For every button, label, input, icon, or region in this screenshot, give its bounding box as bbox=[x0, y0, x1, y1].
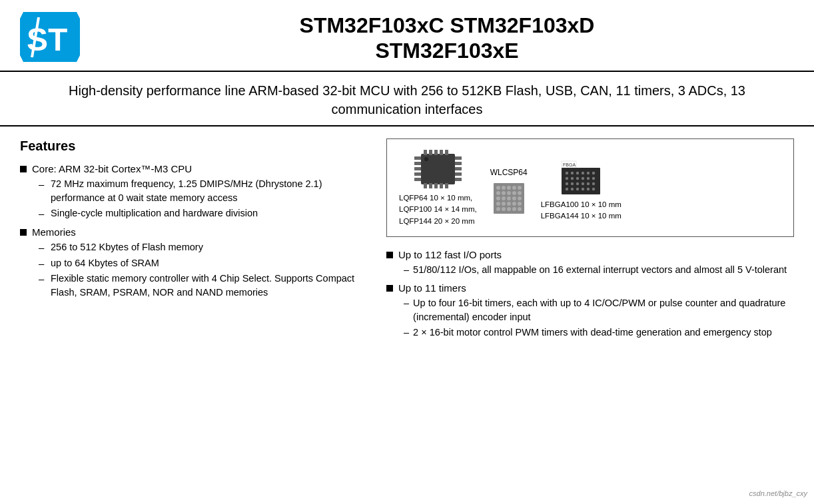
timers-section: Up to 11 timers – Up to four 16-bit time… bbox=[386, 282, 794, 340]
memories-main-bullet: Memories bbox=[20, 226, 366, 238]
memories-sub-bullets: – 256 to 512 Kbytes of Flash memory – up… bbox=[39, 240, 366, 300]
right-column: LQFP64 10 × 10 mm, LQFP100 14 × 14 mm, L… bbox=[386, 138, 794, 345]
svg-point-69 bbox=[582, 182, 584, 185]
svg-point-26 bbox=[496, 186, 500, 190]
svg-point-58 bbox=[587, 172, 590, 174]
sub-bullet-0-0-text: 72 MHz maximum frequency, 1.25 DMIPS/MHz… bbox=[51, 177, 366, 205]
title-area: STM32F103xC STM32F103xD STM32F103xE bbox=[100, 13, 794, 64]
timers-main-bullet: Up to 11 timers bbox=[386, 282, 794, 294]
svg-point-33 bbox=[507, 191, 511, 195]
product-title-line1: STM32F103xC STM32F103xD bbox=[100, 13, 794, 38]
sub-bullet-1-0: – 256 to 512 Kbytes of Flash memory bbox=[39, 240, 366, 255]
svg-rect-21 bbox=[455, 167, 462, 170]
product-title-line2: STM32F103xE bbox=[100, 38, 794, 63]
svg-point-31 bbox=[496, 191, 500, 195]
page-header: ST STM32F103xC STM32F103xD STM32F103xE bbox=[0, 0, 814, 72]
io-ports-main-bullet: Up to 112 fast I/O ports bbox=[386, 249, 794, 260]
dash-icon: – bbox=[39, 206, 47, 221]
bullet-square-icon bbox=[20, 229, 27, 236]
svg-point-55 bbox=[571, 172, 574, 174]
io-ports-section: Up to 112 fast I/O ports – 51/80/112 I/O… bbox=[386, 249, 794, 277]
svg-point-48 bbox=[507, 207, 511, 211]
svg-point-50 bbox=[518, 207, 522, 211]
svg-text:FBGA: FBGA bbox=[563, 162, 576, 167]
timer-sub-bullet-1: – 2 × 16-bit motor control PWM timers wi… bbox=[404, 326, 794, 340]
dash-icon: – bbox=[39, 177, 47, 192]
sub-bullet-0-1-text: Single-cycle multiplication and hardware… bbox=[51, 206, 366, 220]
svg-rect-5 bbox=[429, 150, 432, 155]
timers-sub-bullets: – Up to four 16-bit timers, each with up… bbox=[404, 296, 794, 340]
core-bullet-section: Core: ARM 32-bit Cortex™-M3 CPU – 72 MHz… bbox=[20, 163, 366, 221]
svg-point-37 bbox=[502, 196, 506, 200]
svg-rect-7 bbox=[440, 150, 443, 155]
dash-icon: – bbox=[39, 272, 47, 286]
svg-rect-10 bbox=[429, 183, 432, 188]
sub-bullet-0-0: – 72 MHz maximum frequency, 1.25 DMIPS/M… bbox=[39, 177, 366, 205]
watermark: csdn.net/bjbz_cxy bbox=[749, 489, 807, 497]
timer-sub-bullet-0: – Up to four 16-bit timers, each with up… bbox=[404, 296, 794, 324]
svg-rect-23 bbox=[455, 178, 462, 181]
svg-point-30 bbox=[518, 186, 522, 190]
svg-point-46 bbox=[496, 207, 500, 211]
sub-bullet-1-2-text: Flexible static memory controller with 4… bbox=[51, 272, 366, 300]
logo-area: ST bbox=[20, 12, 100, 64]
svg-point-45 bbox=[518, 202, 522, 206]
svg-point-40 bbox=[518, 196, 522, 200]
svg-point-70 bbox=[587, 182, 590, 185]
wlcsp-chip-icon bbox=[493, 182, 525, 214]
svg-rect-18 bbox=[414, 178, 421, 181]
bullet-square-icon bbox=[386, 252, 393, 258]
bullet-square-icon bbox=[20, 166, 27, 172]
svg-point-24 bbox=[424, 157, 428, 161]
svg-point-36 bbox=[496, 196, 500, 200]
core-sub-bullets: – 72 MHz maximum frequency, 1.25 DMIPS/M… bbox=[39, 177, 366, 221]
svg-point-71 bbox=[592, 182, 595, 185]
dash-icon: – bbox=[404, 296, 409, 310]
svg-point-32 bbox=[502, 191, 506, 195]
subtitle-text: High-density performance line ARM-based … bbox=[69, 83, 745, 117]
svg-point-77 bbox=[592, 188, 595, 190]
svg-point-59 bbox=[592, 172, 595, 174]
dash-icon: – bbox=[39, 256, 47, 271]
sub-bullet-1-0-text: 256 to 512 Kbytes of Flash memory bbox=[51, 240, 366, 254]
svg-point-62 bbox=[576, 177, 579, 180]
svg-point-64 bbox=[587, 177, 590, 180]
svg-rect-17 bbox=[414, 172, 421, 176]
svg-point-34 bbox=[512, 191, 516, 195]
dash-icon: – bbox=[404, 263, 409, 277]
svg-point-38 bbox=[507, 196, 511, 200]
svg-point-47 bbox=[502, 207, 506, 211]
svg-point-60 bbox=[566, 177, 568, 180]
svg-point-68 bbox=[576, 182, 579, 185]
svg-rect-9 bbox=[424, 183, 427, 188]
svg-point-67 bbox=[571, 182, 574, 185]
lfbga-label: LFBGA100 10 × 10 mm LFBGA144 10 × 10 mm bbox=[541, 199, 621, 222]
left-column: Features Core: ARM 32-bit Cortex™-M3 CPU… bbox=[20, 138, 366, 345]
svg-point-54 bbox=[566, 172, 568, 174]
svg-point-66 bbox=[566, 182, 568, 185]
dash-icon: – bbox=[39, 240, 47, 255]
svg-point-73 bbox=[571, 188, 574, 190]
svg-rect-22 bbox=[455, 172, 462, 176]
memories-bullet-section: Memories – 256 to 512 Kbytes of Flash me… bbox=[20, 226, 366, 300]
svg-point-61 bbox=[571, 177, 574, 180]
wlcsp-label-top: WLCSP64 bbox=[490, 168, 528, 177]
svg-point-76 bbox=[587, 188, 590, 190]
sub-bullet-1-1: – up to 64 Kbytes of SRAM bbox=[39, 256, 366, 271]
timer-sub-text-0: Up to four 16-bit timers, each with up t… bbox=[413, 296, 794, 324]
package-box: LQFP64 10 × 10 mm, LQFP100 14 × 14 mm, L… bbox=[386, 138, 794, 237]
svg-rect-6 bbox=[434, 150, 438, 155]
svg-point-57 bbox=[582, 172, 584, 174]
svg-point-72 bbox=[566, 188, 568, 190]
svg-point-41 bbox=[496, 202, 500, 206]
core-label: Core: ARM 32-bit Cortex™-M3 CPU bbox=[32, 163, 192, 174]
st-logo: ST bbox=[20, 12, 80, 62]
memories-label: Memories bbox=[32, 226, 76, 238]
svg-point-56 bbox=[576, 172, 579, 174]
svg-point-39 bbox=[512, 196, 516, 200]
svg-point-49 bbox=[512, 207, 516, 211]
io-ports-sub-bullets: – 51/80/112 I/Os, all mappable on 16 ext… bbox=[404, 263, 794, 277]
svg-point-74 bbox=[576, 188, 579, 190]
sub-bullet-1-1-text: up to 64 Kbytes of SRAM bbox=[51, 256, 366, 270]
sub-bullet-0-1: – Single-cycle multiplication and hardwa… bbox=[39, 206, 366, 221]
